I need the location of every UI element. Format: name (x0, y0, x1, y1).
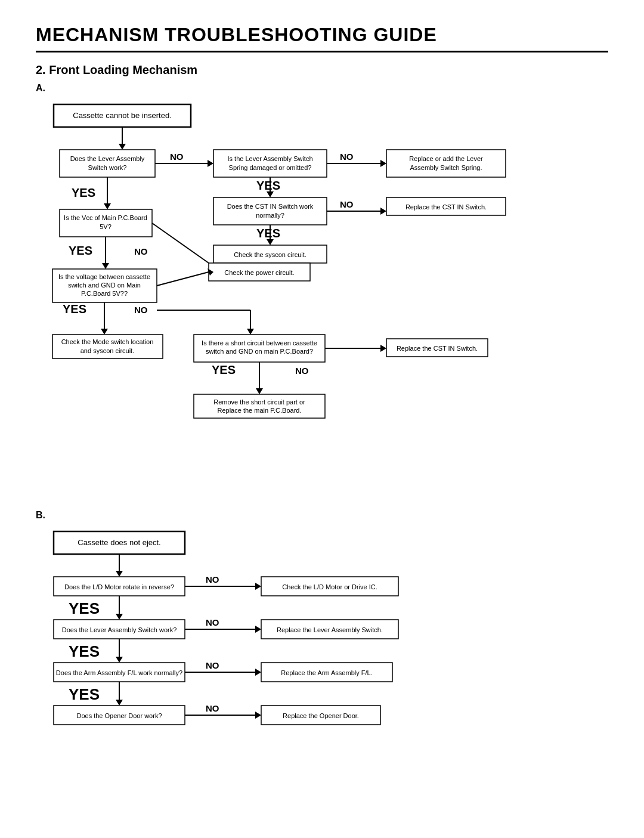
svg-marker-20 (267, 191, 274, 197)
svg-text:Cassette cannot be inserted.: Cassette cannot be inserted. (73, 111, 172, 120)
svg-marker-115 (255, 712, 261, 719)
svg-text:Replace or add the Lever: Replace or add the Lever (409, 155, 483, 162)
svg-text:Remove the short circuit part : Remove the short circuit part or (213, 398, 305, 406)
svg-text:Does the Lever Assembly: Does the Lever Assembly (70, 155, 145, 162)
svg-text:Replace the main P.C.Board.: Replace the main P.C.Board. (217, 407, 301, 414)
svg-text:YES: YES (69, 599, 100, 617)
svg-marker-90 (116, 614, 123, 620)
svg-marker-81 (116, 571, 123, 577)
svg-text:Cassette does not eject.: Cassette does not eject. (78, 538, 160, 547)
flowchart-b: Cassette does not eject. Does the L/D Mo… (36, 525, 608, 838)
svg-rect-16 (386, 150, 506, 177)
svg-rect-75 (194, 394, 325, 418)
svg-text:NO: NO (134, 246, 148, 256)
svg-text:normally?: normally? (256, 212, 284, 219)
svg-text:YES: YES (256, 227, 280, 240)
svg-text:switch and GND on main P.C.Boa: switch and GND on main P.C.Board? (206, 348, 313, 355)
svg-text:Is the Vcc of Main P.C.Board: Is the Vcc of Main P.C.Board (64, 214, 147, 221)
svg-text:NO: NO (206, 660, 219, 670)
svg-text:Check the power circuit.: Check the power circuit. (224, 269, 294, 276)
svg-marker-55 (101, 329, 108, 335)
svg-text:NO: NO (170, 151, 184, 162)
svg-text:Is the voltage between cassett: Is the voltage between cassette (58, 273, 150, 280)
svg-text:Replace the CST IN Switch.: Replace the CST IN Switch. (397, 345, 478, 352)
svg-text:NO: NO (295, 366, 309, 376)
svg-marker-44 (102, 263, 109, 269)
svg-text:Does the L/D Motor rotate in r: Does the L/D Motor rotate in reverse? (64, 583, 174, 590)
svg-text:Replace the Opener Door.: Replace the Opener Door. (283, 712, 359, 719)
svg-marker-85 (255, 583, 261, 590)
svg-text:Replace the Arm Assembly F/L.: Replace the Arm Assembly F/L. (281, 669, 372, 676)
svg-line-56 (157, 272, 209, 286)
svg-text:NO: NO (340, 151, 354, 162)
svg-marker-100 (116, 657, 123, 663)
svg-text:Replace the CST IN Switch.: Replace the CST IN Switch. (405, 203, 487, 211)
svg-text:NO: NO (134, 305, 148, 315)
svg-marker-31 (267, 239, 274, 245)
svg-rect-4 (60, 150, 155, 177)
page-title: MECHANISM TROUBLESHOOTING GUIDE (36, 24, 608, 52)
svg-text:Switch work?: Switch work? (88, 164, 127, 171)
svg-text:YES: YES (63, 302, 86, 316)
svg-text:NO: NO (340, 199, 354, 209)
svg-text:NO: NO (206, 617, 219, 627)
svg-text:Does the Lever Assembly Switch: Does the Lever Assembly Switch work? (62, 626, 177, 633)
svg-rect-22 (213, 197, 327, 225)
svg-text:Replace the Lever Assembly Swi: Replace the Lever Assembly Switch. (277, 626, 383, 633)
svg-text:Does the CST IN Switch work: Does the CST IN Switch work (227, 203, 314, 210)
svg-text:P.C.Board 5V??: P.C.Board 5V?? (81, 290, 128, 297)
svg-text:YES: YES (69, 685, 100, 703)
svg-marker-105 (255, 669, 261, 676)
svg-text:switch and GND on Main: switch and GND on Main (68, 282, 141, 289)
svg-text:NO: NO (206, 574, 219, 585)
svg-text:and syscon circuit.: and syscon circuit. (80, 347, 134, 354)
sub-label-b: B. (36, 510, 608, 521)
svg-marker-3 (119, 144, 126, 150)
svg-text:NO: NO (206, 703, 219, 713)
svg-marker-95 (255, 626, 261, 633)
svg-text:Does the Arm Assembly F/L work: Does the Arm Assembly F/L work normally? (56, 669, 182, 676)
svg-text:Spring damaged or omitted?: Spring damaged or omitted? (229, 164, 312, 171)
svg-marker-36 (104, 203, 111, 209)
svg-text:Check the L/D Motor or Drive I: Check the L/D Motor or Drive IC. (282, 583, 377, 590)
svg-text:YES: YES (72, 186, 95, 199)
section-title: 2. Front Loading Mechanism (36, 63, 608, 77)
svg-text:Check the syscon circuit.: Check the syscon circuit. (234, 251, 306, 258)
svg-text:5V?: 5V? (100, 223, 112, 230)
svg-marker-72 (380, 345, 386, 352)
svg-marker-110 (116, 700, 123, 706)
svg-marker-14 (380, 160, 386, 167)
svg-text:YES: YES (212, 363, 236, 376)
svg-text:Assembly Switch Spring.: Assembly Switch Spring. (410, 164, 482, 171)
sub-label-a: A. (36, 83, 608, 94)
svg-rect-10 (213, 150, 327, 177)
svg-text:Is the Lever Assembly Switch: Is the Lever Assembly Switch (227, 155, 312, 162)
svg-line-45 (152, 223, 209, 263)
page-container: MECHANISM TROUBLESHOOTING GUIDE 2. Front… (36, 24, 608, 838)
flowchart-a: Cassette cannot be inserted. Does the Le… (36, 98, 608, 504)
svg-text:Is there a short circuit betwe: Is there a short circuit between cassett… (202, 339, 317, 347)
svg-marker-26 (380, 208, 386, 215)
svg-text:YES: YES (256, 179, 280, 192)
svg-text:YES: YES (69, 244, 92, 257)
svg-marker-8 (208, 160, 213, 167)
svg-text:YES: YES (69, 642, 100, 660)
svg-marker-63 (247, 329, 254, 335)
svg-marker-70 (256, 388, 263, 394)
svg-text:Check the Mode switch location: Check the Mode switch location (61, 338, 154, 345)
svg-text:Does the Opener Door work?: Does the Opener Door work? (76, 712, 162, 719)
